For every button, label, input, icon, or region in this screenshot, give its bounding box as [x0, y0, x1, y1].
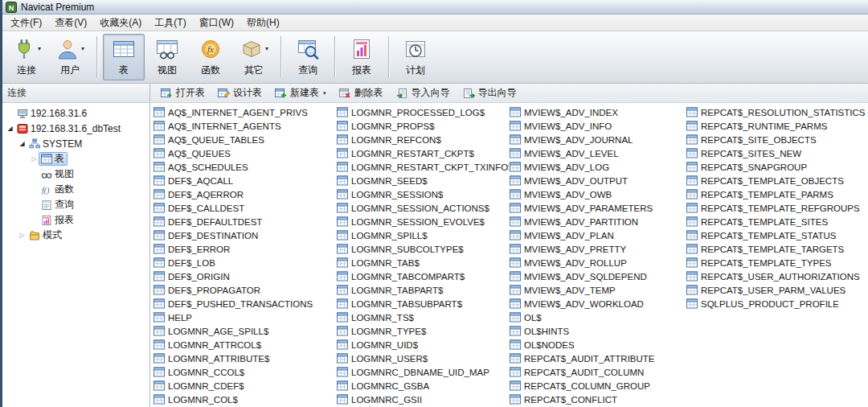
table-list-item[interactable]: REPCAT$_TEMPLATE_OBJECTS	[686, 174, 867, 187]
table-list-item[interactable]: DEF$_CALLDEST	[153, 201, 336, 215]
table-list-item[interactable]: MVIEW$_ADV_PLAN	[509, 228, 686, 242]
toolbar-button-view[interactable]: 视图	[146, 34, 188, 80]
dropdown-arrow-icon[interactable]: ▾	[265, 46, 268, 52]
table-list-item[interactable]: AQ$_SCHEDULES	[153, 160, 336, 174]
table-list-item[interactable]: LOGMNRC_GSII	[336, 393, 509, 406]
table-list-item[interactable]: MVIEW$_ADV_TEMP	[509, 283, 686, 297]
table-list-item[interactable]: REPCAT$_TEMPLATE_STATUS	[686, 228, 867, 242]
table-list-item[interactable]: MVIEW$_ADV_PARTITION	[509, 215, 686, 228]
table-list-item[interactable]: DEF$_DEFAULTDEST	[153, 215, 336, 228]
table-list-item[interactable]: HELP	[153, 310, 336, 324]
table-list-item[interactable]: LOGMNR_UID$	[336, 338, 509, 352]
table-list-item[interactable]: LOGMNR_RESTART_CKPT$	[336, 146, 509, 160]
tree-expander-icon[interactable]: ▷	[18, 232, 27, 239]
table-toolbar-button-export-wizard[interactable]: 导出向导	[457, 84, 522, 101]
tree-item-reports[interactable]: 报表	[2, 212, 149, 228]
table-list-item[interactable]: MVIEW$_ADV_ROLLUP	[509, 256, 686, 269]
table-list-item[interactable]: MVIEW$_ADV_PRETTY	[509, 242, 686, 256]
table-list-item[interactable]: MVIEW$_ADV_WORKLOAD	[509, 297, 686, 310]
tree-item-schema-system[interactable]: ◢SYSTEM	[2, 136, 149, 151]
tree-item-functions[interactable]: f()函数	[2, 182, 149, 197]
title-bar[interactable]: N Navicat Premium	[2, 0, 868, 14]
table-list-item[interactable]: LOGMNR_COL$	[153, 393, 336, 406]
table-list-item[interactable]: OL$	[509, 310, 686, 324]
menu-item-file[interactable]: 文件(F)	[4, 14, 48, 31]
table-list-item[interactable]: REPCAT$_SITE_OBJECTS	[686, 133, 867, 146]
table-list-item[interactable]: LOGMNR_USER$	[336, 352, 509, 365]
table-toolbar-button-delete-table[interactable]: 删除表	[334, 84, 389, 101]
table-list-item[interactable]: REPCAT$_AUDIT_ATTRIBUTE	[509, 352, 686, 365]
table-list-item[interactable]: LOGMNR_AGE_SPILL$	[153, 324, 336, 338]
table-list-item[interactable]: LOGMNR_SPILL$	[336, 228, 509, 242]
table-toolbar-button-import-wizard[interactable]: 导入向导	[391, 84, 456, 101]
table-toolbar-button-design-table[interactable]: 设计表	[212, 84, 268, 101]
table-list-item[interactable]: LOGMNR_SESSION_EVOLVE$	[336, 215, 509, 228]
table-list-item[interactable]: LOGMNR_TABCOMPART$	[336, 269, 509, 283]
toolbar-button-connection[interactable]: ▾连接	[6, 34, 47, 80]
table-list-item[interactable]: DEF$_ERROR	[153, 242, 336, 256]
table-list-item[interactable]: LOGMNRC_GSBA	[336, 379, 509, 393]
tree-expander-icon[interactable]: ◢	[18, 141, 27, 147]
tree-item-connection-192-168-31-6-dbtest[interactable]: ◢192.168.31.6_dbTest	[2, 121, 149, 136]
table-list-item[interactable]: AQ$_QUEUES	[153, 146, 336, 160]
table-list-item[interactable]: LOGMNR_TYPE$	[336, 324, 509, 338]
table-list-item[interactable]: LOGMNR_SUBCOLTYPE$	[336, 242, 509, 256]
table-list-item[interactable]: DEF$_ORIGIN	[153, 269, 336, 283]
toolbar-button-query[interactable]: 查询	[287, 34, 329, 80]
table-toolbar-button-open-table[interactable]: 打开表	[155, 84, 211, 101]
tree-expander-icon[interactable]: ◢	[6, 125, 14, 132]
table-list-item[interactable]: AQ$_QUEUE_TABLES	[153, 133, 336, 146]
table-list-item[interactable]: LOGMNR_TAB$	[336, 256, 509, 269]
table-list-item[interactable]: REPCAT$_TEMPLATE_TARGETS	[686, 242, 867, 256]
table-list-item[interactable]: LOGMNR_CDEF$	[153, 379, 336, 393]
dropdown-arrow-icon[interactable]: ▾	[323, 90, 326, 96]
table-list-item[interactable]: MVIEW$_ADV_OWB	[509, 187, 686, 201]
table-list-item[interactable]: REPCAT$_COLUMN_GROUP	[509, 379, 686, 393]
table-list-item[interactable]: LOGMNR_REFCON$	[336, 133, 509, 146]
toolbar-button-other[interactable]: ▾其它	[233, 34, 275, 80]
tree-item-views[interactable]: 视图	[2, 166, 149, 182]
table-list-item[interactable]: LOGMNR_SEED$	[336, 174, 509, 187]
table-list-item[interactable]: LOGMNR_PROCESSED_LOG$	[336, 105, 509, 119]
toolbar-button-user[interactable]: ▾用户	[49, 34, 91, 80]
table-list-item[interactable]: REPCAT$_CONFLICT	[509, 393, 686, 406]
table-list-item[interactable]: LOGMNR_TS$	[336, 310, 509, 324]
table-list-item[interactable]: LOGMNR_RESTART_CKPT_TXINFO$	[336, 160, 509, 174]
table-list-item[interactable]: REPCAT$_SNAPGROUP	[686, 160, 867, 174]
table-list-item[interactable]: REPCAT$_TEMPLATE_REFGROUPS	[686, 201, 867, 215]
toolbar-button-schedule[interactable]: 计划	[395, 34, 436, 80]
table-list-item[interactable]: AQ$_INTERNET_AGENT_PRIVS	[153, 105, 336, 119]
table-list-item[interactable]: REPCAT$_AUDIT_COLUMN	[509, 365, 686, 379]
table-list-item[interactable]: LOGMNR_SESSION$	[336, 187, 509, 201]
table-list-item[interactable]: DEF$_PUSHED_TRANSACTIONS	[153, 297, 336, 310]
tree-expander-icon[interactable]: ▷	[30, 156, 39, 162]
tree-item-connection-192-168-31-6[interactable]: 192.168.31.6	[2, 105, 149, 121]
table-list-item[interactable]: MVIEW$_ADV_PARAMETERS	[509, 201, 686, 215]
table-list-item[interactable]: DEF$_PROPAGATOR	[153, 283, 336, 297]
table-list-item[interactable]: REPCAT$_SITES_NEW	[686, 146, 867, 160]
table-list-item[interactable]: LOGMNRC_DBNAME_UID_MAP	[336, 365, 509, 379]
table-list-item[interactable]: LOGMNR_ATTRCOL$	[153, 338, 336, 352]
table-list-item[interactable]: REPCAT$_TEMPLATE_TYPES	[686, 256, 867, 269]
table-list-item[interactable]: OL$HINTS	[509, 324, 686, 338]
table-list-item[interactable]: REPCAT$_USER_PARM_VALUES	[686, 283, 867, 297]
menu-item-tools[interactable]: 工具(T)	[148, 14, 192, 31]
menu-item-view[interactable]: 查看(V)	[48, 14, 93, 31]
menu-item-favorites[interactable]: 收藏夹(A)	[93, 14, 148, 31]
table-list-item[interactable]: MVIEW$_ADV_OUTPUT	[509, 174, 686, 187]
table-list-item[interactable]: MVIEW$_ADV_LEVEL	[509, 146, 686, 160]
menu-item-help[interactable]: 帮助(H)	[240, 14, 286, 31]
table-list-item[interactable]: DEF$_AQCALL	[153, 174, 336, 187]
table-list-item[interactable]: REPCAT$_USER_AUTHORIZATIONS	[686, 269, 867, 283]
tree-item-queries[interactable]: 查询	[2, 197, 149, 212]
table-list-item[interactable]: LOGMNR_TABSUBPART$	[336, 297, 509, 310]
dropdown-arrow-icon[interactable]: ▾	[38, 46, 41, 52]
table-list-item[interactable]: MVIEW$_ADV_LOG	[509, 160, 686, 174]
table-list-item[interactable]: OL$NODES	[509, 338, 686, 352]
tree-item-schemas[interactable]: ▷模式	[2, 228, 149, 243]
toolbar-button-table[interactable]: 表	[103, 34, 145, 80]
table-list-item[interactable]: LOGMNR_PROPS$	[336, 119, 509, 133]
table-list-item[interactable]: MVIEW$_ADV_SQLDEPEND	[509, 269, 686, 283]
table-list-item[interactable]: DEF$_AQERROR	[153, 187, 336, 201]
table-list-item[interactable]: MVIEW$_ADV_JOURNAL	[509, 133, 686, 146]
